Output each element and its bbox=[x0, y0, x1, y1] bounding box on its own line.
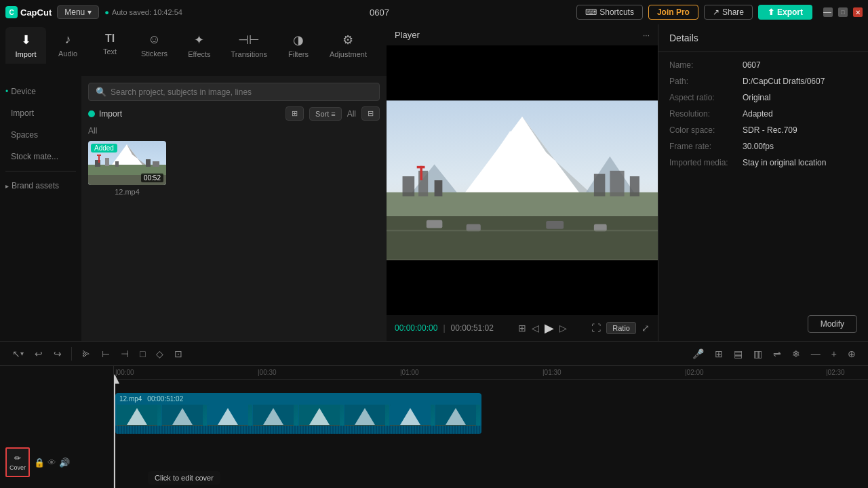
tab-filters[interactable]: ◑ Filters bbox=[278, 27, 319, 64]
sidebar-divider bbox=[5, 171, 76, 171]
minimize-button[interactable]: — bbox=[823, 7, 833, 17]
undo-button[interactable]: ↩ bbox=[31, 346, 47, 362]
grid-view-button[interactable]: ⊞ bbox=[285, 106, 304, 121]
all-section-label: All bbox=[88, 126, 380, 136]
list-item[interactable]: Added 00:52 12.mp4 bbox=[88, 141, 166, 196]
timeline-area: ✏ Cover 🔒 👁 🔊 |00:00 |00:30 |01:00 |01 bbox=[0, 366, 868, 488]
delete-button[interactable]: □ bbox=[136, 346, 149, 362]
frame-back-icon[interactable]: ◁ bbox=[532, 323, 539, 333]
track-name: 12.mp4 bbox=[119, 395, 142, 403]
tab-transitions[interactable]: ⊣⊢ Transitions bbox=[222, 27, 277, 64]
title-bar-right: ⌨ Shortcuts Join Pro ↗ Share ⬆ Export — … bbox=[576, 5, 863, 20]
audio-icon[interactable]: 🔊 bbox=[59, 458, 70, 468]
tab-text[interactable]: TI Text bbox=[90, 27, 130, 61]
audio-strip-button[interactable]: ⊞ bbox=[711, 346, 727, 362]
select-tool-button[interactable]: ↖ ▾ bbox=[8, 346, 28, 362]
player-menu-icon[interactable]: ··· bbox=[643, 30, 650, 40]
menu-button[interactable]: Menu ▾ bbox=[57, 5, 99, 19]
trim-right-icon: ⊣ bbox=[121, 348, 129, 359]
detail-row-framerate: Frame rate: 30.00fps bbox=[669, 142, 857, 151]
video-track[interactable]: 12.mp4 00:00:51:02 bbox=[115, 393, 481, 434]
sort-icon: ≡ bbox=[331, 110, 335, 118]
detail-label-path: Path: bbox=[669, 77, 737, 86]
detail-value-resolution: Adapted bbox=[743, 109, 773, 119]
join-pro-button[interactable]: Join Pro bbox=[648, 5, 698, 20]
project-title: 0607 bbox=[188, 7, 571, 18]
auto-saved-status: ● Auto saved: 10:42:54 bbox=[104, 8, 182, 16]
grid-icon: ⊞ bbox=[292, 109, 298, 118]
split-button[interactable]: ⫸ bbox=[77, 346, 95, 362]
export-button[interactable]: ⬆ Export bbox=[758, 5, 812, 20]
redo-button[interactable]: ↪ bbox=[50, 346, 66, 362]
detail-row-colorspace: Color space: SDR - Rec.709 bbox=[669, 125, 857, 135]
ratio-button[interactable]: Ratio bbox=[606, 322, 636, 334]
tooltip-text: Click to edit cover bbox=[155, 474, 214, 482]
expand-icon[interactable]: ⤢ bbox=[642, 323, 650, 333]
window-controls: — □ ✕ bbox=[823, 7, 863, 17]
minus-button[interactable]: — bbox=[807, 346, 825, 362]
frame-forward-icon[interactable]: ▷ bbox=[559, 323, 567, 333]
sidebar-item-stock-mate[interactable]: Stock mate... bbox=[3, 146, 79, 167]
fit-button[interactable]: ⊕ bbox=[844, 346, 860, 362]
brand-arrow-icon: ▸ bbox=[5, 182, 9, 190]
detail-value-aspect: Original bbox=[743, 93, 770, 102]
link-button[interactable]: ⇌ bbox=[769, 346, 785, 362]
tab-effects[interactable]: ✦ Effects bbox=[178, 27, 220, 64]
svg-rect-26 bbox=[417, 166, 425, 169]
left-panel: ⬇ Import ♪ Audio TI Text ☺ Stickers ✦ Ef… bbox=[0, 24, 387, 341]
clip-tool-button[interactable]: ◇ bbox=[152, 346, 167, 362]
lock-icon[interactable]: 🔒 bbox=[34, 458, 45, 468]
fullscreen-icon[interactable]: ⛶ bbox=[591, 323, 601, 333]
freeze-icon: ❄ bbox=[792, 348, 800, 359]
ratio-label: Ratio bbox=[612, 324, 630, 332]
detail-row-name: Name: 0607 bbox=[669, 60, 857, 70]
svg-rect-11 bbox=[97, 155, 101, 156]
ruler-mark-30: |00:30 bbox=[258, 369, 277, 376]
trim-right-button[interactable]: ⊣ bbox=[117, 346, 133, 362]
close-button[interactable]: ✕ bbox=[853, 7, 863, 17]
export-icon: ⬆ bbox=[768, 7, 774, 17]
sidebar-item-import[interactable]: Import bbox=[3, 103, 79, 123]
search-input[interactable] bbox=[111, 87, 372, 97]
filters-tab-icon: ◑ bbox=[293, 33, 304, 47]
play-button[interactable]: ▶ bbox=[545, 321, 554, 336]
share-button[interactable]: ↗ Share bbox=[704, 5, 753, 20]
video-strip-button[interactable]: ▤ bbox=[730, 346, 747, 362]
tab-import[interactable]: ⬇ Import bbox=[5, 27, 46, 64]
clip-strip-button[interactable]: ▥ bbox=[749, 346, 766, 362]
maximize-button[interactable]: □ bbox=[838, 7, 848, 17]
import-tab-icon: ⬇ bbox=[21, 33, 31, 47]
timeline-ruler: |00:00 |00:30 |01:00 |01:30 |02:00 |02:3… bbox=[114, 366, 868, 380]
trim-left-button[interactable]: ⊢ bbox=[98, 346, 114, 362]
svg-rect-23 bbox=[610, 171, 624, 197]
link-icon: ⇌ bbox=[773, 348, 781, 359]
shortcuts-button[interactable]: ⌨ Shortcuts bbox=[576, 5, 643, 20]
sidebar-item-spaces[interactable]: Spaces bbox=[3, 125, 79, 145]
grid-view-icon[interactable]: ⊞ bbox=[518, 323, 526, 333]
tab-stickers[interactable]: ☺ Stickers bbox=[132, 27, 177, 63]
tab-adjustment[interactable]: ⚙ Adjustment bbox=[320, 27, 376, 64]
modify-button[interactable]: Modify bbox=[808, 315, 857, 333]
sort-button[interactable]: Sort ≡ bbox=[309, 107, 342, 121]
import-button[interactable]: Import bbox=[88, 109, 122, 119]
cover-button[interactable]: ✏ Cover bbox=[5, 447, 30, 477]
tab-audio[interactable]: ♪ Audio bbox=[47, 27, 88, 63]
video-strip-icon: ▤ bbox=[734, 348, 743, 359]
detail-value-imported: Stay in original location bbox=[743, 158, 826, 167]
sidebar-item-device[interactable]: • Device bbox=[0, 81, 81, 102]
select-tool-arrow: ▾ bbox=[20, 350, 24, 357]
saved-dot-icon: ● bbox=[104, 8, 109, 16]
import-tab-label: Import bbox=[15, 50, 36, 58]
eye-icon[interactable]: 👁 bbox=[47, 458, 56, 468]
detail-value-colorspace: SDR - Rec.709 bbox=[743, 125, 797, 135]
ruler-mark-230: |02:30 bbox=[826, 369, 845, 376]
mic-button[interactable]: 🎤 bbox=[688, 346, 708, 362]
plus-button[interactable]: + bbox=[827, 346, 841, 362]
filter-button[interactable]: ⊟ bbox=[361, 106, 380, 121]
title-bar: C CapCut Menu ▾ ● Auto saved: 10:42:54 0… bbox=[0, 0, 868, 24]
track-control-icons: 🔒 👁 🔊 bbox=[34, 458, 70, 468]
sidebar-item-brand-assets[interactable]: ▸ Brand assets bbox=[0, 176, 81, 196]
freeze-button[interactable]: ❄ bbox=[788, 346, 804, 362]
detail-label-resolution: Resolution: bbox=[669, 109, 737, 119]
image-tool-button[interactable]: ⊡ bbox=[170, 346, 186, 362]
